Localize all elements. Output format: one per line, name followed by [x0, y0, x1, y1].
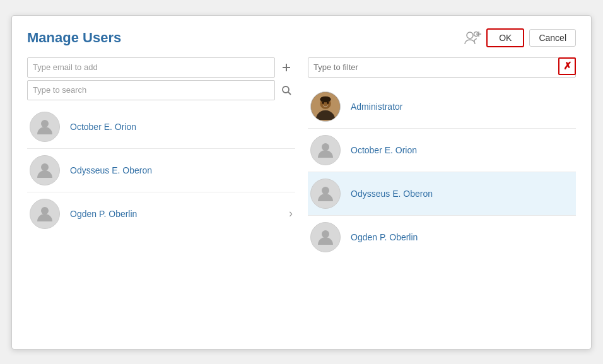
cancel-button[interactable]: Cancel: [529, 29, 576, 47]
user-name: Odysseus E. Oberon: [351, 189, 573, 199]
remove-button[interactable]: ✗: [558, 57, 576, 75]
right-user-list: Administrator October E. Orion: [308, 85, 576, 259]
avatar: [310, 222, 341, 252]
person-icon: [35, 160, 55, 180]
right-user-row[interactable]: October E. Orion: [308, 129, 576, 172]
svg-point-9: [41, 163, 49, 171]
left-panel: October E. Orion Odysseus E. Oberon: [27, 57, 295, 259]
right-user-row[interactable]: Odysseus E. Oberon: [308, 172, 576, 216]
person-icon: [315, 184, 336, 204]
email-row: [27, 57, 295, 78]
svg-point-17: [322, 187, 329, 194]
admin-avatar: [310, 91, 341, 122]
user-name: Ogden P. Oberlin: [351, 232, 573, 242]
avatar: [310, 179, 341, 209]
manage-users-dialog: Manage Users OK Cancel: [11, 15, 592, 349]
left-user-list: October E. Orion Odysseus E. Oberon: [27, 105, 295, 235]
avatar: [30, 199, 60, 229]
add-user-button[interactable]: [278, 59, 295, 76]
right-user-row[interactable]: Ogden P. Oberlin: [308, 216, 576, 259]
search-icon: [281, 85, 291, 95]
content-area: October E. Orion Odysseus E. Oberon: [27, 57, 576, 259]
left-user-row[interactable]: October E. Orion: [27, 105, 295, 149]
person-icon: [35, 204, 55, 224]
right-panel-header: ✗: [308, 57, 576, 80]
user-name: October E. Orion: [70, 122, 293, 132]
svg-line-7: [288, 92, 291, 95]
svg-point-18: [322, 230, 329, 238]
manage-users-icon: [464, 29, 481, 47]
filter-input[interactable]: [308, 57, 576, 78]
ok-button[interactable]: OK: [486, 28, 524, 47]
search-row: [27, 80, 295, 100]
svg-point-16: [322, 143, 329, 151]
search-input[interactable]: [27, 80, 275, 100]
avatar: [30, 155, 60, 185]
user-name: October E. Orion: [351, 145, 573, 155]
right-panel: ✗: [308, 57, 576, 259]
svg-point-10: [41, 207, 49, 214]
dialog-title: Manage Users: [27, 30, 121, 46]
person-icon: [315, 140, 336, 160]
svg-point-6: [283, 86, 289, 93]
svg-point-14: [322, 102, 324, 103]
user-name: Administrator: [351, 102, 573, 112]
search-button[interactable]: [278, 81, 295, 99]
left-user-row[interactable]: Odysseus E. Oberon: [27, 149, 295, 192]
header-actions: OK Cancel: [464, 28, 576, 47]
svg-point-13: [320, 96, 331, 102]
avatar: [310, 135, 341, 165]
avatar: [30, 112, 60, 142]
svg-point-8: [41, 120, 49, 127]
left-user-row[interactable]: Ogden P. Oberlin ›: [27, 192, 295, 235]
svg-point-0: [467, 32, 473, 38]
dialog-header: Manage Users OK Cancel: [27, 28, 576, 47]
right-user-row[interactable]: Administrator: [308, 85, 576, 129]
user-name: Odysseus E. Oberon: [70, 165, 293, 175]
admin-photo: [311, 91, 340, 122]
svg-point-15: [327, 102, 329, 103]
email-input[interactable]: [27, 57, 275, 78]
person-icon: [315, 227, 336, 247]
plus-icon: [281, 62, 291, 73]
user-name: Ogden P. Oberlin: [70, 209, 279, 219]
person-icon: [35, 117, 55, 137]
arrow-right-icon: ›: [289, 207, 293, 220]
